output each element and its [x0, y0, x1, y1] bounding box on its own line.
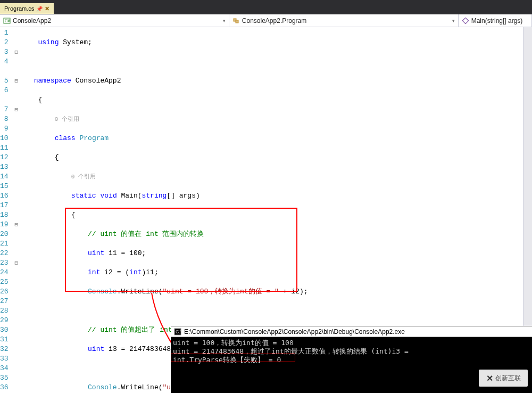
console-icon: C:\: [174, 328, 181, 335]
file-tab[interactable]: Program.cs 📌 ✕: [0, 3, 54, 14]
tab-bar: Program.cs 📌 ✕: [0, 3, 532, 14]
fold-column: ⊟ ⊟ ⊟ ⊟ ⊟: [15, 27, 19, 393]
class-icon: [232, 17, 240, 24]
navigation-bar: C# ConsoleApp2 ▾ ConsoleApp2.Program ▾ M…: [0, 14, 532, 27]
svg-text:C:\: C:\: [176, 329, 181, 334]
project-name: ConsoleApp2: [13, 17, 51, 24]
line-number-gutter: 1234 56 78910 11121314 15161718 19202122…: [0, 27, 15, 393]
pin-icon[interactable]: 📌: [36, 6, 43, 12]
watermark-logo-icon: ✕: [486, 373, 493, 383]
console-title-text: E:\Common\Custom\ConsoleApp2\ConsoleApp2…: [184, 328, 405, 335]
csharp-icon: C#: [3, 17, 11, 24]
class-name: ConsoleApp2.Program: [242, 17, 306, 24]
svg-rect-4: [462, 18, 468, 23]
method-name: Main(string[] args): [471, 17, 523, 24]
close-icon[interactable]: ✕: [45, 5, 49, 12]
svg-text:C#: C#: [5, 19, 10, 23]
console-output: uint = 100，转换为int的值 = 100 uint = 2147483…: [171, 337, 532, 366]
codelens-references[interactable]: 0 个引用: [55, 116, 79, 122]
console-titlebar[interactable]: C:\ E:\Common\Custom\ConsoleApp2\Console…: [171, 326, 532, 337]
tab-label: Program.cs: [4, 5, 34, 12]
project-selector[interactable]: C# ConsoleApp2 ▾: [0, 14, 229, 27]
chevron-down-icon: ▾: [452, 18, 455, 23]
class-selector[interactable]: ConsoleApp2.Program ▾: [229, 14, 459, 27]
method-icon: [462, 17, 469, 24]
codelens-references[interactable]: 0 个引用: [71, 174, 96, 180]
chevron-down-icon: ▾: [223, 18, 226, 23]
console-window: C:\ E:\Common\Custom\ConsoleApp2\Console…: [171, 326, 532, 393]
svg-rect-3: [236, 20, 238, 23]
watermark: ✕ 创新互联: [479, 370, 528, 387]
watermark-text: 创新互联: [495, 374, 521, 383]
method-selector[interactable]: Main(string[] args): [459, 14, 532, 27]
